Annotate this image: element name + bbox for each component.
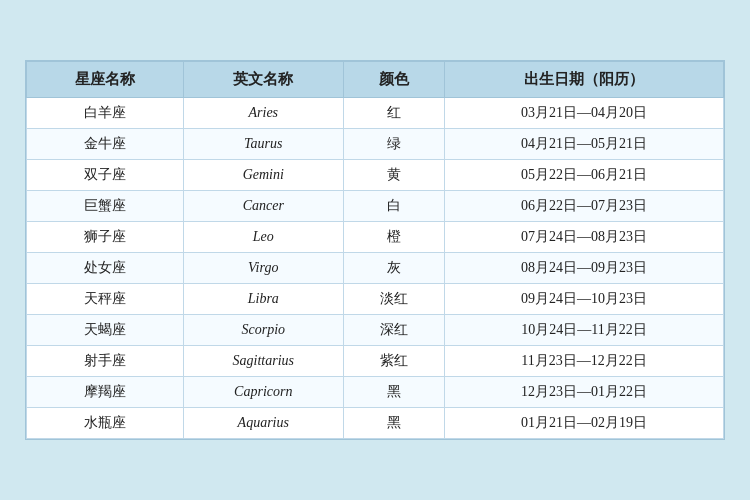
cell-chinese-name: 处女座 (27, 253, 184, 284)
cell-english-name: Gemini (183, 160, 343, 191)
cell-english-name: Capricorn (183, 377, 343, 408)
cell-english-name: Sagittarius (183, 346, 343, 377)
cell-chinese-name: 金牛座 (27, 129, 184, 160)
table-row: 巨蟹座Cancer白06月22日—07月23日 (27, 191, 724, 222)
cell-dates: 08月24日—09月23日 (445, 253, 724, 284)
cell-chinese-name: 射手座 (27, 346, 184, 377)
table-row: 白羊座Aries红03月21日—04月20日 (27, 98, 724, 129)
cell-english-name: Taurus (183, 129, 343, 160)
cell-english-name: Aquarius (183, 408, 343, 439)
cell-chinese-name: 双子座 (27, 160, 184, 191)
table-row: 射手座Sagittarius紫红11月23日—12月22日 (27, 346, 724, 377)
cell-chinese-name: 狮子座 (27, 222, 184, 253)
cell-color: 紫红 (343, 346, 445, 377)
cell-color: 白 (343, 191, 445, 222)
table-header-row: 星座名称 英文名称 颜色 出生日期（阳历） (27, 62, 724, 98)
table-row: 水瓶座Aquarius黑01月21日—02月19日 (27, 408, 724, 439)
zodiac-table-container: 星座名称 英文名称 颜色 出生日期（阳历） 白羊座Aries红03月21日—04… (25, 60, 725, 440)
cell-dates: 07月24日—08月23日 (445, 222, 724, 253)
cell-chinese-name: 天蝎座 (27, 315, 184, 346)
cell-color: 淡红 (343, 284, 445, 315)
cell-dates: 01月21日—02月19日 (445, 408, 724, 439)
cell-dates: 11月23日—12月22日 (445, 346, 724, 377)
col-header-chinese: 星座名称 (27, 62, 184, 98)
cell-english-name: Leo (183, 222, 343, 253)
table-row: 处女座Virgo灰08月24日—09月23日 (27, 253, 724, 284)
table-row: 金牛座Taurus绿04月21日—05月21日 (27, 129, 724, 160)
cell-dates: 05月22日—06月21日 (445, 160, 724, 191)
cell-color: 橙 (343, 222, 445, 253)
cell-color: 绿 (343, 129, 445, 160)
cell-chinese-name: 水瓶座 (27, 408, 184, 439)
cell-chinese-name: 摩羯座 (27, 377, 184, 408)
table-row: 摩羯座Capricorn黑12月23日—01月22日 (27, 377, 724, 408)
table-row: 狮子座Leo橙07月24日—08月23日 (27, 222, 724, 253)
cell-chinese-name: 巨蟹座 (27, 191, 184, 222)
cell-color: 红 (343, 98, 445, 129)
col-header-color: 颜色 (343, 62, 445, 98)
cell-dates: 06月22日—07月23日 (445, 191, 724, 222)
cell-color: 深红 (343, 315, 445, 346)
col-header-dates: 出生日期（阳历） (445, 62, 724, 98)
cell-english-name: Cancer (183, 191, 343, 222)
cell-chinese-name: 白羊座 (27, 98, 184, 129)
cell-color: 黄 (343, 160, 445, 191)
table-body: 白羊座Aries红03月21日—04月20日金牛座Taurus绿04月21日—0… (27, 98, 724, 439)
table-row: 天秤座Libra淡红09月24日—10月23日 (27, 284, 724, 315)
cell-dates: 09月24日—10月23日 (445, 284, 724, 315)
cell-dates: 10月24日—11月22日 (445, 315, 724, 346)
cell-english-name: Libra (183, 284, 343, 315)
cell-english-name: Virgo (183, 253, 343, 284)
cell-english-name: Aries (183, 98, 343, 129)
cell-dates: 12月23日—01月22日 (445, 377, 724, 408)
cell-chinese-name: 天秤座 (27, 284, 184, 315)
cell-color: 灰 (343, 253, 445, 284)
cell-color: 黑 (343, 408, 445, 439)
table-row: 双子座Gemini黄05月22日—06月21日 (27, 160, 724, 191)
col-header-english: 英文名称 (183, 62, 343, 98)
cell-english-name: Scorpio (183, 315, 343, 346)
zodiac-table: 星座名称 英文名称 颜色 出生日期（阳历） 白羊座Aries红03月21日—04… (26, 61, 724, 439)
table-row: 天蝎座Scorpio深红10月24日—11月22日 (27, 315, 724, 346)
cell-dates: 04月21日—05月21日 (445, 129, 724, 160)
cell-dates: 03月21日—04月20日 (445, 98, 724, 129)
cell-color: 黑 (343, 377, 445, 408)
